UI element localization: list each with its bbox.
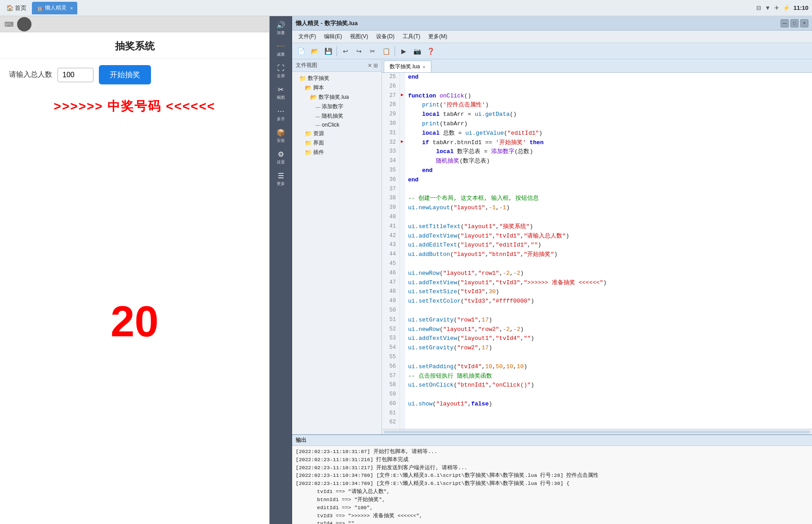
- toolbar-new[interactable]: 📄: [295, 45, 307, 57]
- volume-icon: 🔊: [276, 21, 285, 29]
- code-line-44: 44 ui.addButton("layout1","btnnId1","开始抽…: [382, 250, 812, 260]
- output-line-7: btnnId1 ==> "开始抽奖",: [296, 496, 808, 504]
- menu-view[interactable]: 视图(V): [346, 31, 372, 42]
- input-row: 请输入总人数 开始抽奖: [0, 59, 269, 91]
- tab-icon: 🤖: [36, 5, 43, 11]
- folder-icon-4: 📁: [305, 130, 312, 137]
- sidebar-reduce-label: 减量: [277, 52, 285, 57]
- horizontal-scrollbar[interactable]: [382, 429, 812, 434]
- fullscreen-icon: ⛶: [277, 64, 284, 72]
- toolbar-cut[interactable]: ✂: [366, 45, 379, 57]
- circle-icon[interactable]: [17, 17, 31, 31]
- tree-item-random[interactable]: — 随机抽奖: [292, 111, 382, 121]
- code-lines: 25 end 26 27 ▶: [382, 73, 812, 429]
- tree-item-script[interactable]: 📂 脚本: [292, 83, 382, 92]
- output-line-6: tvId1 ==> "请输入总人数",: [296, 488, 808, 496]
- prize-number: 20: [111, 300, 159, 343]
- code-editor-area: 数字抽奖.lua × 25 end 26: [382, 59, 812, 434]
- toolbar-redo[interactable]: ↪: [353, 45, 365, 57]
- code-line-42: 42 ui.addTextView("layout1","tvId1","请输入…: [382, 232, 812, 241]
- tree-item-resources[interactable]: 📁 资源: [292, 129, 382, 138]
- sidebar-fullscreen-btn[interactable]: ⛶ 全屏: [271, 61, 291, 82]
- ide-title-text: 懒人精灵 - 数字抽奖.lua: [296, 19, 358, 27]
- toolbar-copy[interactable]: 📋: [380, 45, 392, 57]
- tab-name: 数字抽奖.lua: [390, 63, 420, 70]
- code-line-41: 41 ui.setTitleText("layout1","抽奖系统"): [382, 222, 812, 232]
- file-tree-close-btn[interactable]: ✕ ⊞: [368, 62, 378, 69]
- code-line-30: 30 print(tabArr): [382, 119, 812, 129]
- sidebar-volume-btn[interactable]: 🔊 加量: [271, 18, 291, 39]
- menu-edit[interactable]: 编辑(E): [320, 31, 346, 42]
- tree-item-plugins[interactable]: 📁 插件: [292, 148, 382, 157]
- output-line-2: [2022:02:23-11:10:31:216] 打包脚本完成: [296, 456, 808, 464]
- tree-item-ui[interactable]: 📁 界面: [292, 138, 382, 148]
- editor-tabs: 数字抽奖.lua ×: [382, 59, 812, 73]
- code-line-53: 53 ui.addTextView("layout1","tvId4",""): [382, 334, 812, 343]
- start-button[interactable]: 开始抽奖: [99, 65, 151, 84]
- code-line-48: 48 ui.setTextSize("tvId3",30): [382, 287, 812, 297]
- toolbar-undo[interactable]: ↩: [339, 45, 352, 57]
- minimize-button[interactable]: —: [781, 19, 789, 27]
- reduce-icon: ➖: [276, 42, 285, 51]
- top-bar: 🏠 首页 🤖 懒人精灵 × ⊟ ▼ ✈ ⚡ 11:10: [0, 0, 812, 16]
- sidebar-reduce-btn[interactable]: ➖ 减量: [271, 40, 291, 60]
- tree-label-2: 脚本: [313, 84, 324, 92]
- menu-file[interactable]: 文件(F): [295, 31, 319, 42]
- multi-icon: ⋯: [277, 107, 284, 115]
- tree-item-shuzi[interactable]: 📁 数字抽奖: [292, 74, 382, 83]
- status-time: 11:10: [794, 4, 808, 11]
- total-input[interactable]: [58, 68, 93, 82]
- active-editor-tab[interactable]: 数字抽奖.lua ×: [384, 61, 431, 72]
- menu-more[interactable]: 更多(M): [425, 31, 451, 42]
- keyboard-icon[interactable]: ⌨: [4, 19, 14, 30]
- code-line-29: 29 local tabArr = ui.getData(): [382, 110, 812, 119]
- func-icon-2: —: [315, 114, 320, 119]
- ide-main-area: 文件视图 ✕ ⊞ 📁 数字抽奖 📂 脚本 📂 数字抽奖.lua: [292, 59, 812, 434]
- tree-label-3: 数字抽奖.lua: [319, 93, 349, 101]
- tree-item-add[interactable]: — 添加数字: [292, 102, 382, 111]
- code-content[interactable]: 25 end 26 27 ▶: [382, 73, 812, 429]
- tab-close-btn[interactable]: ×: [70, 5, 73, 11]
- toolbar-open[interactable]: 📂: [308, 45, 321, 57]
- toolbar-help[interactable]: ❓: [424, 45, 437, 57]
- toolbar-save[interactable]: 💾: [322, 45, 334, 57]
- code-line-49: 49 ui.setTextColor("tvId3","#ffff0000"): [382, 297, 812, 306]
- system-icons: ⊟ ▼ ✈ ⚡ 11:10: [756, 4, 808, 11]
- file-tree-title: 文件视图: [296, 62, 317, 69]
- code-line-57: 57 -- 点击按钮执行 随机抽奖函数: [382, 372, 812, 381]
- home-button[interactable]: 🏠 首页: [4, 3, 29, 13]
- tree-item-lua[interactable]: 📂 数字抽奖.lua: [292, 92, 382, 102]
- toolbar-camera[interactable]: 📷: [411, 45, 423, 57]
- tree-label-9: 插件: [313, 149, 324, 156]
- tree-label: 数字抽奖: [308, 75, 329, 82]
- tab-close-button[interactable]: ×: [422, 64, 425, 70]
- sidebar-settings-btn[interactable]: ⚙ 设置: [271, 147, 291, 168]
- maximize-button[interactable]: □: [790, 19, 799, 27]
- sidebar-screenshot-btn[interactable]: ✂ 截图: [271, 83, 291, 103]
- code-line-43: 43 ui.addEditText("layout1","editId1",""…: [382, 241, 812, 250]
- code-line-39: 39 ui.newLayout("layout1",-1,-1): [382, 203, 812, 213]
- toolbar-run[interactable]: ▶: [397, 45, 410, 57]
- sidebar-more-btn[interactable]: ☰ 更多: [271, 169, 291, 189]
- code-line-56: 56 ui.setPadding("tvId4",10,50,10,10): [382, 362, 812, 372]
- sidebar-install-btn[interactable]: 📦 安装: [271, 126, 291, 146]
- ide-title-bar: 懒人精灵 - 数字抽奖.lua — □ ×: [292, 16, 812, 31]
- file-tree-panel: 文件视图 ✕ ⊞ 📁 数字抽奖 📂 脚本 📂 数字抽奖.lua: [292, 59, 382, 434]
- code-line-27: 27 ▶ function onClick(): [382, 92, 812, 101]
- sidebar-multi-btn[interactable]: ⋯ 多开: [271, 104, 291, 125]
- menu-device[interactable]: 设备(D): [373, 31, 398, 42]
- ide-menu-bar: 文件(F) 编辑(E) 视图(V) 设备(D) 工具(T) 更多(M): [292, 31, 812, 43]
- close-button[interactable]: ×: [800, 19, 808, 27]
- tree-item-onclick[interactable]: — onClick: [292, 121, 382, 129]
- active-tab[interactable]: 🤖 懒人精灵 ×: [32, 2, 77, 14]
- wifi-icon: ▼: [765, 4, 771, 11]
- output-line-10: tvId4 ==> "",: [296, 520, 808, 524]
- menu-tools[interactable]: 工具(T): [399, 31, 424, 42]
- sidebar-install-label: 安装: [277, 138, 285, 144]
- sidebar-fullscreen-label: 全屏: [277, 73, 285, 79]
- output-header: 输出: [292, 435, 812, 446]
- sidebar-settings-label: 设置: [277, 159, 285, 165]
- output-body: [2022:02:23-11:10:31:87] 开始打包脚本, 请稍等... …: [292, 446, 812, 524]
- func-icon-1: —: [315, 104, 320, 110]
- output-line-9: tvId3 ==> ">>>>>> 准备抽奖 <<<<<<",: [296, 512, 808, 520]
